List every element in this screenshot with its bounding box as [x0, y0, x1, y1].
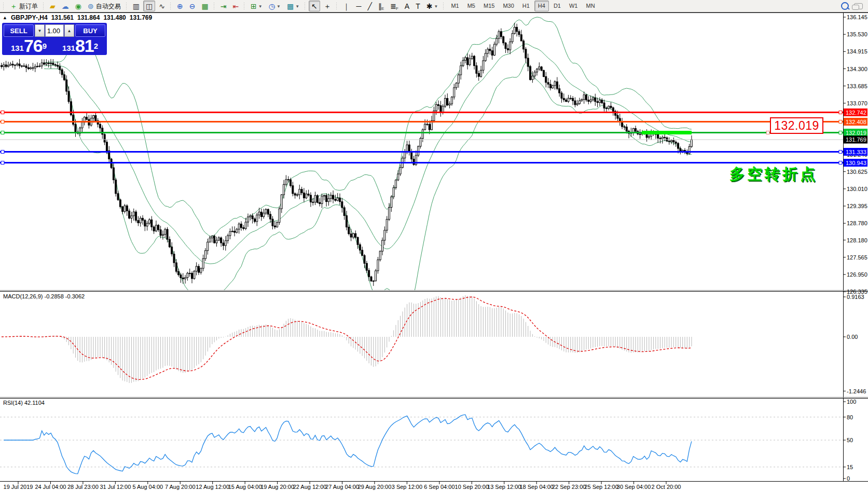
chart-quote-header[interactable]: ▲ GBPJPY-,H4 131.561 131.864 131.480 131… [3, 14, 152, 21]
turning-point-annotation[interactable]: 多空转折点 [729, 164, 818, 185]
svg-text:80: 80 [847, 414, 853, 420]
signals-button[interactable]: ◉ [73, 1, 84, 11]
new-order-button[interactable]: ＋新订单 [7, 1, 40, 11]
svg-text:130.010: 130.010 [847, 186, 867, 192]
svg-text:31 Jul 12:00: 31 Jul 12:00 [100, 484, 131, 490]
cursor-button[interactable]: ↖ [309, 1, 320, 11]
tf-button-h1[interactable]: H1 [519, 1, 533, 11]
svg-text:131.333: 131.333 [846, 149, 866, 155]
macd-indicator-label: MACD(12,26,9) -0.2858 -0.3062 [3, 293, 85, 299]
indicators-button[interactable]: ▩▼ [284, 1, 302, 11]
sell-price-small: 131 [11, 43, 24, 53]
fibonacci-button[interactable]: ≣F [388, 1, 401, 11]
profiles-button[interactable]: ◷▼ [266, 1, 283, 11]
shapes-button[interactable]: ✱▼ [424, 1, 441, 11]
profiles-icon: ◷ [269, 2, 275, 11]
profile-cloud-icon: ☁ [62, 2, 69, 11]
svg-text:2 Oct 20:00: 2 Oct 20:00 [652, 484, 681, 490]
svg-text:128.180: 128.180 [847, 237, 867, 243]
svg-text:100: 100 [847, 399, 856, 405]
chat-icon[interactable] [854, 3, 863, 9]
svg-text:134.300: 134.300 [847, 66, 867, 72]
svg-text:18 Sep 04:00: 18 Sep 04:00 [519, 484, 553, 490]
candlestick-chart-button[interactable]: ◫ [143, 1, 155, 11]
vertical-line-icon: ｜ [343, 2, 350, 11]
vertical-line-button[interactable]: ｜ [340, 1, 353, 11]
tf-button-mn[interactable]: MN [582, 1, 598, 11]
horizontal-line-button[interactable]: ─ [354, 1, 364, 11]
buy-button[interactable]: BUY [75, 24, 105, 37]
profile-cloud-button[interactable]: ☁ [59, 1, 72, 11]
svg-text:22 Aug 12:00: 22 Aug 12:00 [293, 484, 327, 490]
quote-close: 131.769 [130, 14, 152, 21]
text-icon: A [405, 2, 409, 11]
price-callout-box[interactable]: 132.019 [770, 117, 823, 134]
auto-scroll-button[interactable]: ⇥ [218, 1, 229, 11]
svg-text:133.070: 133.070 [847, 100, 867, 106]
svg-text:12 Aug 12:00: 12 Aug 12:00 [196, 484, 229, 490]
tf-button-w1[interactable]: W1 [566, 1, 582, 11]
volume-decrease-button[interactable]: ▼ [35, 24, 45, 37]
new-chart-button[interactable]: ⊞▼ [248, 1, 265, 11]
collapse-quote-icon[interactable]: ▲ [3, 15, 7, 20]
quote-high: 131.864 [77, 14, 100, 21]
chevron-down-icon: ▼ [258, 2, 263, 11]
chart-shift-icon: ⇤ [232, 2, 239, 11]
svg-text:130.625: 130.625 [847, 169, 867, 175]
sell-price-big: 76 [24, 38, 43, 53]
svg-text:132.019: 132.019 [846, 130, 866, 136]
tf-button-h4[interactable]: H4 [534, 1, 549, 11]
tf-button-m5[interactable]: M5 [464, 1, 479, 11]
tf-button-m30[interactable]: M30 [499, 1, 517, 11]
tf-button-m1[interactable]: M1 [447, 1, 462, 11]
text-button[interactable]: A [402, 1, 412, 11]
chevron-down-icon: ▼ [277, 2, 281, 11]
volume-input[interactable]: 1.00 [45, 24, 64, 37]
bar-chart-button[interactable]: ▥ [130, 1, 142, 11]
toolbar-grip [336, 2, 338, 10]
one-click-trading-panel: SELL ▼ 1.00 ▲ BUY 131769 131812 [2, 23, 107, 55]
zoom-out-button[interactable]: ⊖ [187, 1, 198, 11]
svg-text:0.00: 0.00 [847, 334, 858, 340]
highlight-trendline-segment[interactable] [642, 131, 692, 134]
chart-canvas[interactable]: 136.145135.530134.915134.300133.685133.0… [0, 0, 868, 492]
chevron-down-icon: ▼ [295, 2, 299, 11]
indicators-icon: ▩ [287, 2, 294, 11]
new-order-button: ＋ [10, 2, 17, 11]
toolbar-groups: ＋新订单▰☁◉⊚自动交易▥◫∿⊕⊖▦⇥⇤⊞▼◷▼▩▼↖＋｜─╱∥E≣FAT✱▼M… [1, 0, 599, 12]
sell-price[interactable]: 131769 [4, 37, 54, 54]
buy-price-big: 81 [75, 38, 94, 53]
svg-text:132.408: 132.408 [846, 119, 866, 125]
line-anchor-handle[interactable] [766, 131, 769, 134]
toolbar-grip [3, 2, 5, 10]
chevron-down-icon: ▼ [434, 2, 438, 11]
autotrading-button-label: 自动交易 [96, 2, 121, 11]
toolbar-grip [243, 2, 245, 10]
new-order-button-label: 新订单 [19, 2, 38, 11]
svg-text:50: 50 [847, 437, 853, 443]
signals-icon: ◉ [75, 2, 81, 11]
crosshair-button[interactable]: ＋ [321, 1, 334, 11]
toolbar: ＋新订单▰☁◉⊚自动交易▥◫∿⊕⊖▦⇥⇤⊞▼◷▼▩▼↖＋｜─╱∥E≣FAT✱▼M… [0, 0, 868, 12]
buy-price[interactable]: 131812 [55, 37, 105, 54]
line-chart-button[interactable]: ∿ [156, 1, 168, 11]
svg-text:30 Sep 04:00: 30 Sep 04:00 [617, 484, 651, 490]
volume-increase-button[interactable]: ▲ [64, 24, 74, 37]
svg-text:128.780: 128.780 [847, 220, 867, 226]
svg-text:136.145: 136.145 [847, 14, 867, 20]
equidistant-channel-button[interactable]: ∥E [376, 1, 387, 11]
chart-shift-button[interactable]: ⇤ [230, 1, 241, 11]
tf-button-m15[interactable]: M15 [480, 1, 498, 11]
text-label-button[interactable]: T [413, 1, 423, 11]
tile-windows-icon: ▦ [201, 2, 208, 11]
zoom-in-button[interactable]: ⊕ [174, 1, 186, 11]
autotrading-button[interactable]: ⊚自动交易 [85, 1, 123, 11]
search-icon[interactable] [841, 2, 849, 10]
sell-button[interactable]: SELL [4, 24, 34, 37]
tile-windows-button[interactable]: ▦ [199, 1, 211, 11]
metaeditor-icon: ▰ [50, 2, 56, 11]
trendline-button[interactable]: ╱ [365, 1, 374, 11]
svg-text:-1.2446: -1.2446 [847, 388, 866, 394]
metaeditor-button[interactable]: ▰ [47, 1, 58, 11]
tf-button-d1[interactable]: D1 [550, 1, 564, 11]
